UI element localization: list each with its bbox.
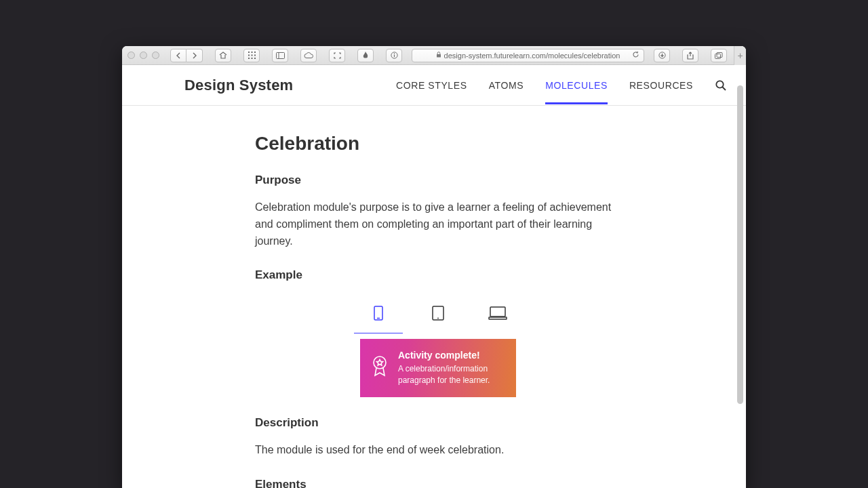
back-button[interactable]	[170, 49, 186, 62]
card-title: Activity complete!	[398, 350, 505, 361]
svg-rect-4	[251, 55, 252, 56]
device-tablet[interactable]	[420, 300, 456, 327]
svg-line-19	[723, 87, 726, 90]
svg-rect-16	[715, 54, 721, 58]
home-button[interactable]	[215, 49, 231, 62]
search-icon[interactable]	[715, 79, 727, 92]
svg-rect-13	[393, 55, 394, 57]
reload-icon[interactable]	[632, 51, 639, 60]
svg-rect-9	[276, 52, 284, 58]
card-text: A celebration/information paragraph for …	[398, 363, 505, 386]
svg-point-18	[716, 81, 723, 87]
device-tabs	[255, 300, 621, 327]
nav-core-styles[interactable]: CORE STYLES	[396, 66, 467, 104]
description-heading: Description	[255, 416, 621, 430]
address-bar[interactable]: design-system.futurelearn.com/molecules/…	[412, 49, 644, 62]
forward-button[interactable]	[186, 49, 203, 62]
tabs-icon[interactable]	[711, 49, 727, 62]
svg-rect-25	[489, 317, 507, 319]
scrollbar[interactable]	[735, 65, 745, 488]
browser-window: design-system.futurelearn.com/molecules/…	[122, 46, 746, 488]
info-icon[interactable]	[386, 49, 402, 62]
svg-rect-24	[490, 307, 505, 317]
example-heading: Example	[255, 268, 621, 282]
fullscreen-button[interactable]	[329, 49, 345, 62]
page-content: Celebration Purpose Celebration module's…	[122, 106, 746, 488]
celebration-card: Activity complete! A celebration/informa…	[360, 339, 516, 397]
svg-rect-8	[254, 58, 256, 59]
site-header: Design System CORE STYLES ATOMS MOLECULE…	[122, 65, 746, 106]
sidebar-toggle-button[interactable]	[272, 49, 288, 62]
browser-toolbar: design-system.futurelearn.com/molecules/…	[122, 46, 746, 65]
purpose-heading: Purpose	[255, 174, 621, 187]
share-icon[interactable]	[682, 49, 698, 62]
purpose-text: Celebration module's purpose is to give …	[255, 199, 621, 249]
scrollbar-thumb[interactable]	[737, 85, 743, 404]
svg-point-26	[374, 357, 386, 369]
svg-rect-6	[248, 58, 250, 59]
primary-nav: CORE STYLES ATOMS MOLECULES RESOURCES	[396, 66, 727, 104]
nav-atoms[interactable]: ATOMS	[489, 66, 524, 104]
nav-back-forward	[170, 49, 203, 62]
elements-heading: Elements	[255, 478, 621, 488]
zoom-window-button[interactable]	[152, 52, 159, 59]
grid-button[interactable]	[243, 49, 260, 62]
svg-point-23	[437, 318, 439, 319]
nav-resources[interactable]: RESOURCES	[629, 66, 693, 104]
svg-point-12	[393, 54, 395, 55]
new-tab-button[interactable]: +	[734, 46, 746, 65]
svg-rect-2	[254, 52, 256, 53]
medal-icon	[371, 355, 389, 380]
flame-icon[interactable]	[357, 49, 374, 62]
cloud-button[interactable]	[300, 49, 317, 62]
device-desktop[interactable]	[480, 300, 515, 327]
svg-rect-17	[717, 52, 722, 57]
nav-molecules[interactable]: MOLECULES	[545, 66, 608, 104]
device-phone[interactable]	[361, 300, 396, 327]
description-text: The module is used for the end of week c…	[255, 442, 621, 459]
window-controls	[127, 52, 159, 59]
minimize-window-button[interactable]	[140, 52, 147, 59]
svg-rect-14	[437, 54, 441, 58]
close-window-button[interactable]	[127, 52, 135, 59]
svg-rect-5	[254, 55, 256, 56]
url-text: design-system.futurelearn.com/molecules/…	[444, 52, 620, 60]
download-icon[interactable]	[654, 49, 670, 62]
svg-rect-7	[251, 58, 252, 59]
lock-icon	[436, 52, 441, 59]
svg-rect-0	[248, 52, 250, 53]
site-brand[interactable]: Design System	[184, 77, 293, 94]
svg-rect-3	[248, 55, 250, 56]
page-title: Celebration	[255, 133, 621, 155]
svg-rect-1	[251, 52, 252, 53]
